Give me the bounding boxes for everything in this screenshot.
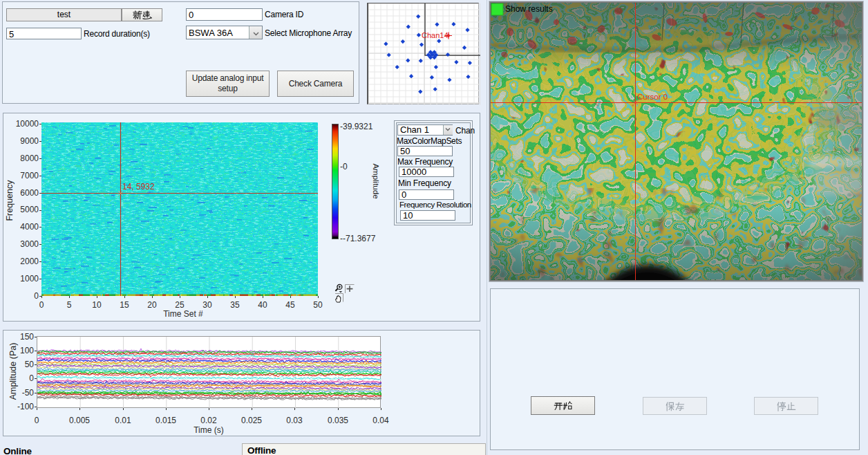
- svg-text:Cursor 0: Cursor 0: [637, 93, 668, 101]
- svg-text:14, 5932: 14, 5932: [122, 182, 155, 192]
- svg-text:Chan14: Chan14: [422, 31, 449, 39]
- svg-text:Show results: Show results: [505, 4, 553, 14]
